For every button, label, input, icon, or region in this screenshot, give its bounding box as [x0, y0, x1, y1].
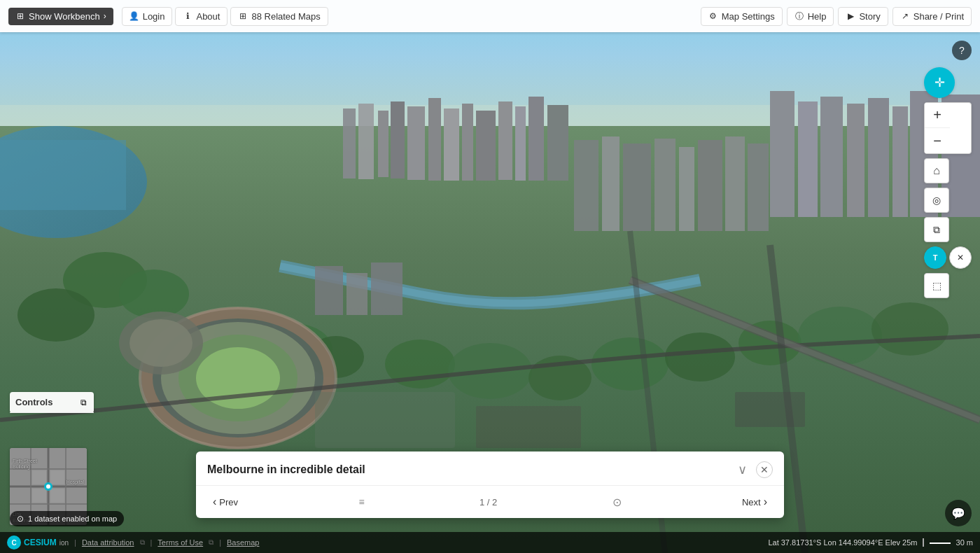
- my-location-button[interactable]: ◎: [924, 188, 949, 213]
- help-button[interactable]: ⓘ Help: [787, 7, 834, 26]
- tilt-clear-button[interactable]: ✕: [949, 246, 972, 269]
- tilt-button[interactable]: T: [924, 246, 946, 269]
- status-divider-1: |: [74, 538, 76, 547]
- svg-rect-23: [892, 106, 908, 217]
- help-badge-button[interactable]: ?: [952, 41, 972, 60]
- svg-rect-28: [623, 144, 651, 231]
- svg-point-47: [872, 302, 948, 356]
- svg-rect-19: [798, 102, 818, 217]
- svg-rect-60: [346, 273, 368, 315]
- share-print-label: Share / Print: [913, 11, 964, 22]
- svg-rect-32: [725, 136, 745, 231]
- login-button[interactable]: 👤 Login: [122, 7, 173, 26]
- help-icon: ⓘ: [794, 11, 804, 21]
- svg-point-42: [528, 356, 592, 400]
- story-next-label: Next: [742, 497, 761, 507]
- show-workbench-button[interactable]: ⊞ Show Workbench ›: [8, 8, 113, 25]
- compass-button[interactable]: ✛: [924, 67, 955, 98]
- help-badge-label: ?: [959, 45, 965, 56]
- svg-point-35: [119, 270, 189, 318]
- related-maps-button[interactable]: ⊞ 88 Related Maps: [230, 7, 328, 26]
- controls-title: Controls: [15, 397, 52, 407]
- capture-button[interactable]: ⬚: [924, 273, 949, 298]
- story-prev-button[interactable]: ‹ Prev: [207, 493, 244, 511]
- story-next-button[interactable]: Next ›: [736, 493, 773, 511]
- svg-rect-72: [32, 489, 46, 503]
- story-prev-label: Prev: [219, 497, 238, 507]
- cesium-ion-text: ion: [59, 539, 69, 547]
- svg-rect-10: [428, 98, 441, 181]
- map-settings-button[interactable]: ⚙ Map Settings: [701, 7, 783, 26]
- basemap-link[interactable]: Basemap: [227, 538, 259, 547]
- story-pin-icon[interactable]: ⊙: [612, 496, 622, 509]
- story-title: Melbourne in incredible detail: [207, 463, 365, 476]
- svg-point-38: [255, 323, 332, 377]
- svg-rect-18: [770, 91, 794, 217]
- zoom-out-button[interactable]: −: [925, 128, 950, 153]
- zoom-controls: + −: [924, 102, 972, 154]
- capture-icon: ⬚: [932, 280, 941, 291]
- svg-point-49: [161, 322, 315, 434]
- next-chevron-icon: ›: [764, 496, 767, 508]
- toolbar-right: ⚙ Map Settings ⓘ Help ▶ Story ↗ Share / …: [701, 7, 972, 26]
- svg-rect-61: [371, 262, 402, 315]
- top-toolbar: ⊞ Show Workbench › 👤 Login ℹ About ⊞ 88 …: [0, 0, 980, 32]
- share-print-button[interactable]: ↗ Share / Print: [892, 7, 972, 26]
- svg-rect-59: [315, 266, 343, 315]
- zoom-in-icon: +: [933, 107, 941, 123]
- zoom-in-button[interactable]: +: [925, 103, 950, 128]
- svg-rect-9: [407, 106, 425, 180]
- svg-rect-33: [748, 144, 769, 231]
- zoom-out-icon: −: [933, 133, 941, 149]
- prev-chevron-icon: ‹: [213, 496, 216, 508]
- scale-value: 30 m: [956, 538, 973, 547]
- status-divider-2: |: [150, 538, 153, 547]
- svg-rect-30: [679, 147, 694, 231]
- svg-point-40: [385, 340, 455, 388]
- svg-rect-13: [476, 111, 496, 181]
- controls-expand-icon: ⧉: [80, 398, 87, 407]
- svg-rect-58: [735, 392, 805, 427]
- svg-rect-20: [820, 97, 843, 217]
- svg-rect-8: [391, 102, 405, 178]
- svg-rect-17: [547, 105, 568, 181]
- workbench-arrow-icon: ›: [104, 11, 106, 21]
- data-attribution-link[interactable]: Data attribution: [82, 538, 134, 547]
- svg-point-48: [140, 308, 336, 448]
- compass-icon: ✛: [934, 75, 945, 90]
- svg-rect-73: [50, 489, 64, 503]
- right-controls: ? ✛ + − ⌂ ◎ ⧉ T ✕ ⬚: [924, 41, 972, 298]
- controls-expand-button[interactable]: ⧉: [79, 396, 88, 409]
- terms-ext-icon: ⧉: [209, 538, 214, 547]
- svg-point-52: [147, 313, 329, 443]
- about-button[interactable]: ℹ About: [175, 7, 227, 26]
- layers-button[interactable]: ⧉: [924, 217, 949, 242]
- svg-point-44: [665, 332, 735, 382]
- dataset-label: 1 dataset enabled on map: [28, 514, 117, 523]
- login-icon: 👤: [130, 11, 139, 21]
- controls-header: Controls ⧉: [10, 392, 94, 413]
- related-maps-icon: ⊞: [238, 11, 248, 21]
- svg-rect-15: [515, 106, 526, 181]
- cesium-text: CESIUM: [24, 538, 57, 547]
- story-button[interactable]: ▶ Story: [838, 7, 888, 26]
- story-collapse-button[interactable]: ∨: [734, 461, 750, 478]
- dataset-badge[interactable]: ⊙ 1 dataset enabled on map: [10, 511, 124, 526]
- svg-point-55: [130, 319, 192, 367]
- story-menu-icon[interactable]: ≡: [358, 496, 364, 507]
- svg-rect-1: [0, 105, 980, 147]
- svg-rect-71: [50, 470, 64, 484]
- svg-rect-26: [574, 140, 598, 231]
- svg-rect-22: [868, 98, 889, 217]
- about-label: About: [196, 11, 220, 22]
- svg-rect-16: [528, 97, 544, 181]
- svg-rect-57: [476, 406, 581, 448]
- home-button[interactable]: ⌂: [924, 158, 949, 183]
- svg-rect-14: [498, 102, 512, 180]
- svg-point-34: [63, 252, 147, 308]
- terms-of-use-link[interactable]: Terms of Use: [158, 538, 203, 547]
- chat-button[interactable]: 💬: [945, 500, 972, 526]
- status-bar: C CESIUM ion | Data attribution ⧉ | Term…: [0, 532, 980, 553]
- story-close-button[interactable]: ✕: [756, 461, 773, 478]
- coordinates-display: Lat 37.81731°S Lon 144.99094°E Elev 25m: [768, 538, 917, 547]
